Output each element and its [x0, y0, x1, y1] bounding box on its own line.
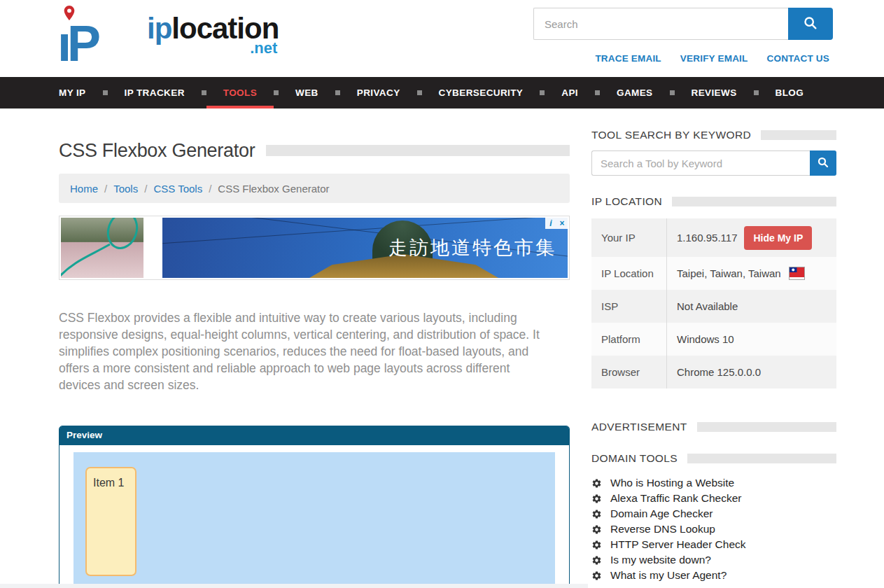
preview-panel-body: Item 1	[59, 445, 569, 588]
table-row: Platform Windows 10	[591, 323, 836, 356]
gear-icon	[591, 524, 602, 535]
domain-tool-link[interactable]: Alexa Traffic Rank Checker	[610, 492, 742, 505]
your-ip-value: 1.160.95.117	[677, 232, 737, 244]
tool-search-input[interactable]	[591, 150, 810, 176]
breadcrumb-home[interactable]: Home	[70, 183, 98, 195]
domain-tool-link[interactable]: HTTP Server Header Check	[610, 538, 746, 551]
logo-mark-text: ıP	[57, 18, 97, 69]
sidebar: TOOL SEARCH BY KEYWORD IP LOCATION Your …	[591, 129, 836, 583]
nav-item-blog[interactable]: BLOG	[759, 77, 821, 108]
ad-banner[interactable]: 走訪地道特色市集 i ×	[59, 216, 570, 280]
nav-separator	[103, 90, 108, 95]
page-title-row: CSS Flexbox Generator	[59, 140, 570, 161]
nav-separator	[670, 90, 675, 95]
list-item[interactable]: Reverse DNS Lookup	[591, 522, 836, 537]
footer-strip	[0, 584, 588, 588]
nav-item-games[interactable]: GAMES	[600, 77, 670, 108]
nav-item-my-ip[interactable]: MY IP	[59, 77, 103, 108]
ip-row-label: Your IP	[591, 232, 666, 244]
ad-info-icon[interactable]: i	[545, 218, 556, 229]
ad-caption-text: 走訪地道特色市集	[388, 235, 556, 260]
breadcrumb-css-tools[interactable]: CSS Tools	[153, 183, 202, 195]
list-item[interactable]: HTTP Server Header Check	[591, 537, 836, 552]
ip-location-value: Taipei, Taiwan, Taiwan	[677, 267, 781, 279]
hide-my-ip-button[interactable]: Hide My IP	[744, 226, 812, 250]
breadcrumb-tools[interactable]: Tools	[113, 183, 138, 195]
ip-row-value: Not Available	[666, 290, 836, 323]
map-pin-icon	[62, 4, 77, 25]
heading-decorative-bar	[687, 454, 836, 463]
breadcrumb-separator: /	[104, 183, 107, 195]
page-title: CSS Flexbox Generator	[59, 140, 255, 162]
nav-item-api[interactable]: API	[545, 77, 595, 108]
ip-row-label: Platform	[591, 333, 666, 345]
nav-separator	[540, 90, 545, 95]
logo-word-ip: ip	[147, 12, 171, 45]
contact-us-link[interactable]: CONTACT US	[767, 53, 830, 64]
list-item[interactable]: Who is Hosting a Website	[591, 475, 836, 491]
site-logo[interactable]: ıP iplocation .net	[57, 6, 279, 64]
preview-panel-header: Preview	[59, 426, 569, 445]
top-header: ıP iplocation .net TRACE EMAIL VERIFY EM…	[0, 0, 884, 77]
ip-row-value: Chrome 125.0.0.0	[666, 356, 836, 388]
gear-icon	[591, 478, 602, 489]
breadcrumb-separator: /	[144, 183, 147, 195]
advertisement-heading-row: ADVERTISEMENT	[591, 421, 836, 433]
header-search	[533, 8, 833, 40]
list-item[interactable]: What is my User Agent?	[591, 568, 836, 583]
ad-right-image: 走訪地道特色市集	[162, 218, 568, 278]
nav-separator	[754, 90, 759, 95]
preview-panel: Preview Item 1	[59, 426, 570, 588]
gear-icon	[591, 509, 602, 519]
ip-row-label: ISP	[591, 300, 666, 312]
domain-tools-list: Who is Hosting a Website Alexa Traffic R…	[591, 475, 836, 583]
list-item[interactable]: Domain Age Checker	[591, 506, 836, 522]
page: ıP iplocation .net TRACE EMAIL VERIFY EM…	[0, 0, 884, 588]
list-item[interactable]: Alexa Traffic Rank Checker	[591, 491, 836, 506]
nav-item-cybersecurity[interactable]: CYBERSECURITY	[422, 77, 540, 108]
list-item[interactable]: Is my website down?	[591, 552, 836, 568]
trace-email-link[interactable]: TRACE EMAIL	[595, 53, 661, 64]
verify-email-link[interactable]: VERIFY EMAIL	[680, 53, 748, 64]
header-search-input[interactable]	[533, 8, 788, 40]
heading-decorative-bar	[697, 422, 836, 432]
nav-item-reviews[interactable]: REVIEWS	[675, 77, 754, 108]
ad-close-icon[interactable]: ×	[556, 218, 568, 229]
ad-controls: i ×	[545, 218, 568, 229]
tool-search-heading: TOOL SEARCH BY KEYWORD	[591, 129, 751, 141]
flex-preview-item[interactable]: Item 1	[85, 467, 136, 576]
domain-tool-link[interactable]: Is my website down?	[610, 554, 711, 566]
title-decorative-bar	[266, 145, 570, 156]
header-links: TRACE EMAIL VERIFY EMAIL CONTACT US	[595, 53, 829, 64]
gear-icon	[591, 540, 602, 550]
gear-icon	[591, 570, 602, 581]
nav-separator	[335, 90, 340, 95]
domain-tool-link[interactable]: Reverse DNS Lookup	[610, 523, 715, 536]
domain-tool-link[interactable]: What is my User Agent?	[610, 569, 727, 582]
ip-row-value: 1.160.95.117 Hide My IP	[666, 218, 836, 257]
domain-tools-heading-row: DOMAIN TOOLS	[591, 452, 836, 465]
ip-location-table: Your IP 1.160.95.117 Hide My IP IP Locat…	[591, 218, 836, 388]
nav-item-privacy[interactable]: PRIVACY	[340, 77, 417, 108]
domain-tool-link[interactable]: Who is Hosting a Website	[610, 477, 734, 489]
gear-icon	[591, 493, 602, 504]
nav-item-web[interactable]: WEB	[279, 77, 335, 108]
header-search-button[interactable]	[788, 8, 833, 40]
nav-separator	[202, 90, 206, 95]
taiwan-flag-icon	[790, 267, 804, 279]
logo-mark: ıP	[57, 6, 147, 64]
nav-separator	[417, 90, 422, 95]
domain-tool-link[interactable]: Domain Age Checker	[610, 507, 713, 520]
tool-description: CSS Flexbox provides a flexible and intu…	[59, 309, 553, 393]
table-row: IP Location Taipei, Taiwan, Taiwan	[591, 257, 836, 290]
gear-icon	[591, 555, 602, 566]
ip-row-label: Browser	[591, 366, 666, 378]
heading-decorative-bar	[761, 130, 836, 140]
tool-search	[591, 150, 836, 176]
search-icon	[803, 15, 818, 33]
nav-item-ip-tracker[interactable]: IP TRACKER	[108, 77, 202, 108]
advertisement-heading: ADVERTISEMENT	[591, 421, 687, 433]
tool-search-button[interactable]	[810, 150, 836, 176]
table-row: ISP Not Available	[591, 290, 836, 323]
nav-item-tools[interactable]: TOOLS	[206, 77, 274, 108]
